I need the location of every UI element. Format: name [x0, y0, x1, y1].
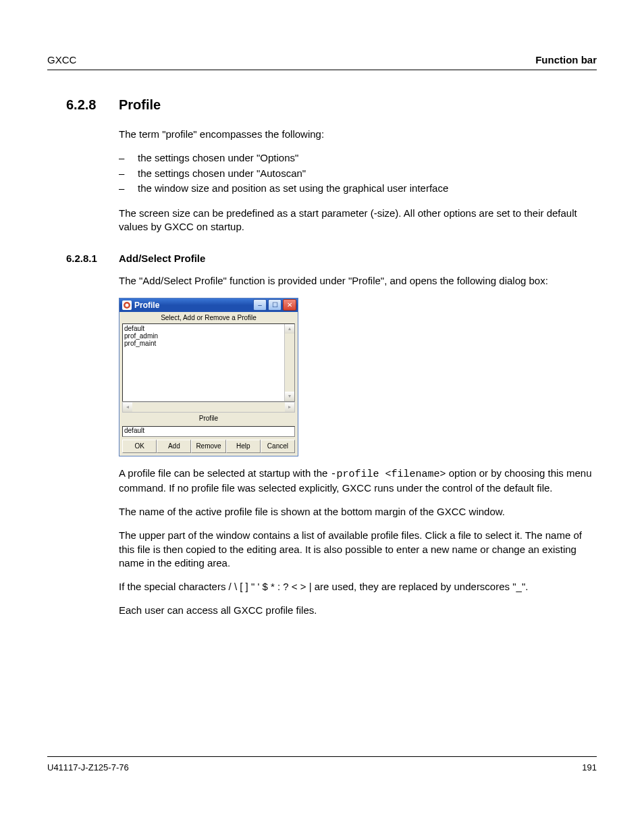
- horizontal-scrollbar[interactable]: ◂ ▸: [122, 402, 295, 413]
- scroll-left-icon[interactable]: ◂: [123, 402, 132, 412]
- paragraph-access: Each user can access all GXCC profile fi…: [119, 604, 597, 617]
- profile-dialog: Profile – ☐ ✕ Select, Add or Remove a Pr…: [119, 298, 298, 456]
- page-footer: U41117-J-Z125-7-76 191: [47, 756, 597, 772]
- vertical-scrollbar[interactable]: [284, 324, 294, 401]
- paragraph-profile-file: A profile file can be selected at startu…: [119, 467, 597, 496]
- page-number: 191: [582, 762, 597, 772]
- header-right: Function bar: [535, 54, 597, 65]
- sub-intro: The "Add/Select Profile" function is pro…: [119, 274, 597, 288]
- add-button[interactable]: Add: [157, 440, 191, 453]
- bullet-item: the settings chosen under "Autoscan": [138, 166, 306, 182]
- section-title: Profile: [119, 97, 161, 113]
- subsection-title: Add/Select Profile: [119, 253, 205, 264]
- list-item[interactable]: default: [124, 325, 293, 332]
- bullet-item: the window size and position as set usin…: [138, 181, 448, 196]
- profile-listbox[interactable]: default prof_admin prof_maint ▴ ▾: [122, 323, 295, 402]
- bullet-list: –the settings chosen under "Options" –th…: [119, 151, 597, 196]
- page-header: GXCC Function bar: [47, 54, 597, 70]
- paragraph-list-desc: The upper part of the window contains a …: [119, 529, 597, 570]
- bullet-item: the settings chosen under "Options": [138, 151, 298, 166]
- profile-field-label: Profile: [119, 413, 298, 424]
- list-item[interactable]: prof_admin: [124, 332, 293, 340]
- section-number: 6.2.8: [66, 97, 119, 113]
- close-button[interactable]: ✕: [283, 299, 296, 311]
- paragraph-special-chars: If the special characters / \ [ ] " ' $ …: [119, 580, 597, 594]
- svg-point-1: [126, 303, 129, 307]
- scroll-down-icon[interactable]: ▾: [285, 392, 294, 401]
- help-button[interactable]: Help: [226, 440, 261, 453]
- intro-text: The term "profile" encompasses the follo…: [119, 128, 597, 141]
- minimize-button[interactable]: –: [253, 299, 267, 311]
- remove-button[interactable]: Remove: [191, 440, 225, 453]
- section-heading: 6.2.8 Profile: [47, 97, 597, 113]
- profile-input[interactable]: default: [122, 426, 295, 437]
- app-icon: [122, 300, 132, 310]
- bullet-dash: –: [119, 166, 138, 182]
- cancel-button[interactable]: Cancel: [261, 440, 295, 453]
- bullet-dash: –: [119, 181, 138, 196]
- footer-left: U41117-J-Z125-7-76: [47, 762, 129, 772]
- subsection-number: 6.2.8.1: [66, 253, 119, 264]
- bullet-dash: –: [119, 151, 138, 166]
- header-left: GXCC: [47, 54, 76, 65]
- dialog-titlebar: Profile – ☐ ✕: [119, 298, 298, 312]
- scroll-right-icon[interactable]: ▸: [285, 402, 294, 412]
- list-label: Select, Add or Remove a Profile: [119, 312, 298, 323]
- dialog-title: Profile: [134, 300, 252, 310]
- ok-button[interactable]: OK: [122, 440, 157, 453]
- subsection-heading: 6.2.8.1 Add/Select Profile: [47, 253, 597, 264]
- paragraph-active-profile: The name of the active profile file is s…: [119, 505, 597, 519]
- maximize-button[interactable]: ☐: [268, 299, 281, 311]
- screen-size-paragraph: The screen size can be predefined as a s…: [119, 207, 597, 234]
- code-option: -profile <filename>: [331, 469, 446, 480]
- scroll-up-icon[interactable]: ▴: [285, 324, 294, 334]
- list-item[interactable]: prof_maint: [124, 340, 293, 347]
